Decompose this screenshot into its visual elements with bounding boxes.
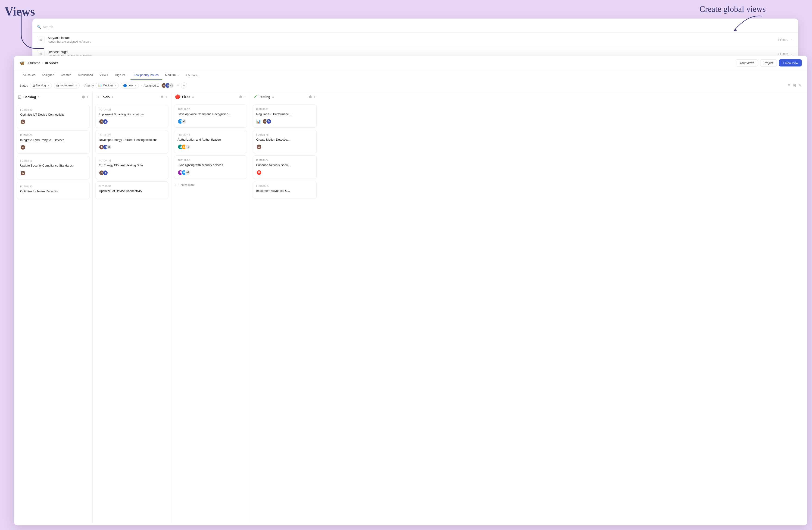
card-futur-37: FUTUR-37 Develop Voice Command Recogniti… xyxy=(174,104,247,128)
item-more-aaryan[interactable]: ··· xyxy=(791,38,794,41)
testing-add-icon[interactable]: + xyxy=(314,95,316,99)
filter-list-icon[interactable]: ≡ xyxy=(788,83,790,88)
tab-view1[interactable]: View 1 xyxy=(96,70,112,80)
card-footer-futur-30: A xyxy=(20,119,86,125)
add-filter-button[interactable]: + xyxy=(181,82,187,88)
av1-futur-64: H xyxy=(256,170,262,175)
fixes-pin-icon[interactable]: ✱ xyxy=(239,95,242,99)
card-id-futur-31: FUTUR-31 xyxy=(99,159,165,162)
backlog-chip-icon: ⊡ xyxy=(32,84,35,87)
tab-high-pr[interactable]: High Pr... xyxy=(112,70,131,80)
backlog-chip-label: Backlog xyxy=(36,84,46,87)
backlog-chip-remove[interactable]: ✕ xyxy=(47,84,49,87)
tab-created[interactable]: Created xyxy=(57,70,74,80)
card-footer-futur-28: A B xyxy=(99,119,165,124)
card-id-futur-48: FUTUR-48 xyxy=(256,134,313,136)
filter-chip-low[interactable]: 🔵 Low ✕ xyxy=(120,83,139,88)
av-more-futur-62: +2 xyxy=(185,170,190,175)
card-title-futur-29: Develope Energy Efficient Heating soluti… xyxy=(99,138,165,142)
backlog-pin-icon[interactable]: ✱ xyxy=(82,95,85,99)
column-header-todo: ○ To-do 1 ✱ + xyxy=(92,91,171,103)
card-footer-futur-37: C +2 xyxy=(177,118,244,124)
av2-futur-28: B xyxy=(103,119,108,124)
todo-col-actions: ✱ + xyxy=(160,95,168,99)
todo-col-icon: ○ xyxy=(96,94,99,100)
fixes-cards: FUTUR-37 Develop Voice Command Recogniti… xyxy=(171,102,250,522)
project-tab[interactable]: Project xyxy=(760,59,777,67)
avatars-futur-44: D E +2 xyxy=(177,144,190,150)
card-futur-68: FUTUR-68 Integrate Third-Party IoT Devic… xyxy=(17,130,90,154)
filter-actions: ≡ ⊞ ✎ xyxy=(788,83,802,88)
card-futur-28: FUTUR-28 Implement Smart-lighting contro… xyxy=(96,105,168,128)
fixes-col-icon: 🔴 xyxy=(175,94,180,99)
filter-chip-medium[interactable]: 📊 Medium ✕ xyxy=(96,83,119,88)
card-footer-futur-62: F G +2 xyxy=(177,170,244,175)
tab-subscribed[interactable]: Subscribed xyxy=(75,70,96,80)
tab-low-priority[interactable]: Low priority issues xyxy=(131,70,162,80)
status-filter-label: Status xyxy=(19,84,28,87)
av-more-futur-44: +2 xyxy=(185,144,190,150)
annotation-arrow-svg xyxy=(730,12,767,35)
card-futur-48: FUTUR-48 Create Motion Detectio... A xyxy=(253,130,317,153)
card-title-futur-28: Implement Smart-lighting controls xyxy=(99,112,165,116)
kanban-board: ⊡ Backlog 1 ✱ + FUTUR-30 Optimize IoT De… xyxy=(14,91,807,522)
card-futur-42: FUTUR-42 Regular API Performanc... 📊 A B xyxy=(253,104,317,128)
filter-chip-inprogress[interactable]: ◑ In-progress ✕ xyxy=(54,83,80,88)
assigned-filter-label: Assigned to xyxy=(144,84,159,87)
testing-pin-icon[interactable]: ✱ xyxy=(309,95,312,99)
breadcrumb-chevron: › xyxy=(42,61,43,65)
svg-marker-0 xyxy=(733,28,737,31)
assigned-avatars[interactable]: A B +2 xyxy=(161,83,174,88)
new-view-button[interactable]: + New view xyxy=(779,59,802,67)
filter-grid-icon[interactable]: ⊞ xyxy=(793,83,796,88)
card-id-futur-62: FUTUR-62 xyxy=(177,159,244,162)
av2-futur-42: B xyxy=(266,118,272,124)
inprogress-chip-icon: ◑ xyxy=(56,84,59,87)
card-title-futur-62: Sync lighting with security devices xyxy=(177,163,244,167)
backlog-cards: FUTUR-30 Optimize IoT Device Connectivit… xyxy=(14,103,92,522)
card-avatar-futur-30: A xyxy=(20,119,26,125)
avatars-futur-62: F G +2 xyxy=(177,170,190,175)
tab-more[interactable]: + 5 more... xyxy=(183,71,203,80)
fixes-col-title: Fixes xyxy=(182,95,190,99)
todo-pin-icon[interactable]: ✱ xyxy=(160,95,163,99)
header-actions: Your views Project + New view xyxy=(736,59,802,67)
card-title-futur-48: Create Motion Detectio... xyxy=(256,138,313,142)
tab-assigned[interactable]: Assigned xyxy=(39,70,57,80)
low-chip-remove[interactable]: ✕ xyxy=(134,84,136,87)
card-title-futur-37: Develop Voice Command Recognition... xyxy=(177,112,244,116)
backlog-add-icon[interactable]: + xyxy=(87,95,89,99)
item-title-aaryan: Aaryan's Issues xyxy=(48,36,774,40)
card-futur-64: FUTUR-64 Enhance Network Secu... H xyxy=(253,155,317,179)
tab-all-issues[interactable]: All issues xyxy=(19,70,39,80)
item-title-release: Release bugs xyxy=(48,50,774,54)
assigned-filter-remove[interactable]: ✕ xyxy=(177,84,179,87)
new-issue-button[interactable]: + + New issue xyxy=(174,181,247,188)
card-title-futur-70: Optimize for Noise Reduction xyxy=(20,189,86,193)
views-label: Views xyxy=(49,61,58,65)
item-more-release[interactable]: ··· xyxy=(791,52,794,56)
column-todo: ○ To-do 1 ✱ + FUTUR-28 Implement Smart-l… xyxy=(92,91,171,522)
card-id-futur-29: FUTUR-29 xyxy=(99,134,165,137)
filter-edit-icon[interactable]: ✎ xyxy=(798,83,802,88)
global-panel-item-aaryan[interactable]: ⊞ Aaryan's Issues Issues that are assign… xyxy=(32,33,798,47)
fixes-col-count: 4 xyxy=(192,95,194,99)
global-search[interactable]: 🔍 Search xyxy=(32,23,798,33)
todo-add-icon[interactable]: + xyxy=(165,95,168,99)
card-futur-31: FUTUR-31 Fix Energy Efficient Heating So… xyxy=(96,156,168,179)
medium-chip-remove[interactable]: ✕ xyxy=(114,84,116,87)
column-fixes: 🔴 Fixes 4 ✱ + FUTUR-37 Develop Voice Com… xyxy=(171,91,250,522)
card-futur-65: FUTUR-65 Implement Advanced U... xyxy=(253,181,317,199)
tab-medium[interactable]: Medium ... xyxy=(162,70,183,80)
card-futur-70: FUTUR-70 Optimize for Noise Reduction xyxy=(17,182,90,199)
card-futur-30: FUTUR-30 Optimize IoT Device Connectivit… xyxy=(17,105,90,128)
card-futur-29: FUTUR-29 Develope Energy Efficient Heati… xyxy=(96,130,168,153)
inprogress-chip-remove[interactable]: ✕ xyxy=(75,84,77,87)
medium-chip-icon: 📊 xyxy=(98,84,102,87)
card-id-futur-68: FUTUR-68 xyxy=(20,134,86,137)
priority-filter-label: Priority xyxy=(85,84,94,87)
filter-chip-backlog[interactable]: ⊡ Backlog ✕ xyxy=(30,83,52,88)
fixes-add-icon[interactable]: + xyxy=(244,95,246,99)
item-filters-aaryan: 3 Filters xyxy=(778,38,788,41)
your-views-tab[interactable]: Your views xyxy=(736,59,758,67)
